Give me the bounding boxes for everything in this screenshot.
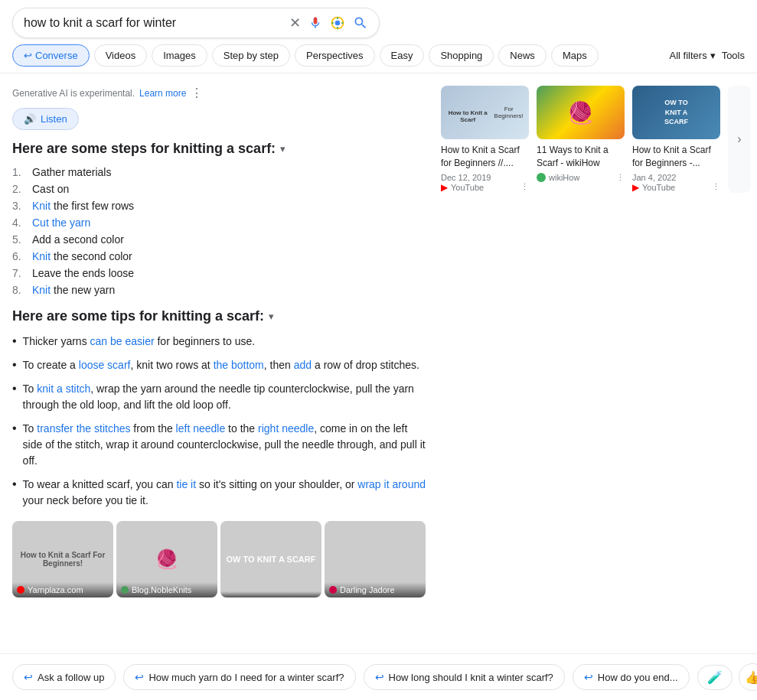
source-dot bbox=[329, 586, 337, 594]
filter-tabs: ↩ Converse Videos Images Step by step Pe… bbox=[0, 38, 757, 73]
image-card-3[interactable]: OW TO KNIT A SCARF bbox=[220, 521, 321, 597]
tab-converse[interactable]: ↩ Converse bbox=[12, 44, 90, 67]
tab-shopping[interactable]: Shopping bbox=[429, 44, 494, 67]
step-link-4[interactable]: Cut the yarn bbox=[32, 217, 90, 229]
youtube-icon: ▶ bbox=[441, 182, 448, 193]
right-panel: How to Knit a Scarf For Beginners! How t… bbox=[441, 86, 751, 610]
step-link-6[interactable]: Knit bbox=[32, 250, 51, 262]
tab-easy[interactable]: Easy bbox=[380, 44, 425, 67]
ai-disclaimer: Generative AI is experimental. Learn mor… bbox=[12, 86, 426, 100]
list-item: 7. Leave the ends loose bbox=[12, 267, 426, 279]
video-source-2: wikiHow ⋮ bbox=[537, 173, 625, 183]
video-title-2: 11 Ways to Knit a Scarf - wikiHow bbox=[537, 144, 625, 170]
video-date-1: Dec 12, 2019 bbox=[441, 173, 529, 182]
source-dot bbox=[17, 586, 24, 594]
more-options-icon[interactable]: ⋮ bbox=[712, 182, 720, 192]
main-content: Generative AI is experimental. Learn mor… bbox=[0, 73, 757, 610]
more-options-icon[interactable]: ⋮ bbox=[191, 86, 203, 100]
tip-link[interactable]: right needle bbox=[258, 422, 314, 435]
clear-search-button[interactable]: ✕ bbox=[289, 15, 301, 31]
video-title-3: How to Knit a Scarf for Beginners -... bbox=[632, 144, 720, 170]
video-thumb-2: 🧶 bbox=[537, 86, 625, 139]
search-icons: ✕ bbox=[289, 15, 368, 31]
step-link-8[interactable]: Knit bbox=[32, 284, 51, 296]
tab-perspectives[interactable]: Perspectives bbox=[295, 44, 374, 67]
more-options-icon[interactable]: ⋮ bbox=[616, 173, 625, 183]
image-card-4[interactable]: Darling Jadore bbox=[325, 521, 426, 597]
tab-stepbystep[interactable]: Step by step bbox=[212, 44, 290, 67]
image-card-2[interactable]: 🧶 Blog.NobleKnits bbox=[116, 521, 217, 597]
video-card-1[interactable]: How to Knit a Scarf For Beginners! How t… bbox=[441, 86, 529, 193]
list-item: • To knit a stitch, wrap the yarn around… bbox=[12, 381, 426, 413]
tip-link[interactable]: tie it bbox=[176, 478, 196, 490]
chevron-right-icon: › bbox=[737, 132, 741, 146]
video-card-3[interactable]: OW TOKNIT ASCARF How to Knit a Scarf for… bbox=[632, 86, 720, 193]
wikihow-icon bbox=[537, 173, 546, 182]
list-item: • Thicker yarns can be easier for beginn… bbox=[12, 334, 426, 350]
tab-images[interactable]: Images bbox=[152, 44, 207, 67]
tab-news[interactable]: News bbox=[498, 44, 547, 67]
filter-tabs-right: All filters ▾ Tools bbox=[670, 50, 745, 61]
search-input[interactable]: how to knit a scarf for winter bbox=[24, 16, 289, 30]
video-cards: How to Knit a Scarf For Beginners! How t… bbox=[441, 86, 751, 193]
list-item: 8. Knit the new yarn bbox=[12, 284, 426, 296]
list-item: 6. Knit the second color bbox=[12, 250, 426, 262]
search-bar-area: how to knit a scarf for winter ✕ bbox=[0, 0, 757, 38]
tip-link[interactable]: wrap it around bbox=[357, 478, 426, 490]
tip-link[interactable]: can be easier bbox=[90, 335, 155, 347]
steps-heading: Here are some steps for knitting a scarf… bbox=[12, 141, 426, 157]
search-box: how to knit a scarf for winter ✕ bbox=[12, 8, 380, 38]
all-filters-button[interactable]: All filters ▾ bbox=[670, 50, 716, 61]
google-lens-icon[interactable] bbox=[330, 15, 345, 31]
list-item: 5. Add a second color bbox=[12, 233, 426, 246]
video-card-2[interactable]: 🧶 11 Ways to Knit a Scarf - wikiHow wiki… bbox=[537, 86, 625, 193]
tip-link[interactable]: the bottom bbox=[214, 359, 264, 371]
image-label-2: Blog.NobleKnits bbox=[116, 582, 217, 597]
left-panel: Generative AI is experimental. Learn mor… bbox=[12, 86, 426, 610]
list-item: 4. Cut the yarn bbox=[12, 217, 426, 229]
tab-maps[interactable]: Maps bbox=[551, 44, 599, 67]
tip-link[interactable]: transfer the stitches bbox=[37, 422, 130, 435]
bottom-images: How to Knit a Scarf For Beginners! Yarnp… bbox=[12, 521, 426, 597]
youtube-icon: ▶ bbox=[632, 182, 639, 193]
video-thumb-1: How to Knit a Scarf For Beginners! bbox=[441, 86, 529, 139]
list-item: • To wear a knitted scarf, you can tie i… bbox=[12, 477, 426, 509]
list-item: 3. Knit the first few rows bbox=[12, 200, 426, 212]
video-source-1: ▶ YouTube ⋮ bbox=[441, 182, 529, 193]
list-item: • To transfer the stitches from the left… bbox=[12, 421, 426, 469]
tip-link[interactable]: loose scarf bbox=[79, 359, 131, 371]
tips-collapse-button[interactable]: ▾ bbox=[269, 311, 274, 322]
video-source-3: ▶ YouTube ⋮ bbox=[632, 182, 720, 193]
overflow-indicator[interactable]: › bbox=[728, 86, 751, 193]
tab-videos[interactable]: Videos bbox=[94, 44, 148, 67]
speaker-icon: 🔊 bbox=[24, 113, 36, 125]
image-card-1[interactable]: How to Knit a Scarf For Beginners! Yarnp… bbox=[12, 521, 113, 597]
learn-more-link[interactable]: Learn more bbox=[139, 88, 186, 99]
list-item: 1. Gather materials bbox=[12, 166, 426, 178]
tools-button[interactable]: Tools bbox=[722, 50, 745, 61]
listen-button[interactable]: 🔊 Listen bbox=[12, 108, 79, 130]
step-link-3[interactable]: Knit bbox=[32, 200, 51, 212]
steps-list: 1. Gather materials 2. Cast on 3. Knit t… bbox=[12, 166, 426, 296]
image-label-1: Yarnplaza.com bbox=[12, 582, 113, 597]
steps-collapse-button[interactable]: ▾ bbox=[280, 143, 286, 155]
tip-link[interactable]: left needle bbox=[176, 422, 226, 435]
video-title-1: How to Knit a Scarf for Beginners //.... bbox=[441, 144, 529, 170]
chevron-down-icon: ▾ bbox=[280, 143, 286, 155]
image-label-3 bbox=[220, 591, 321, 597]
more-options-icon[interactable]: ⋮ bbox=[520, 182, 529, 192]
list-item: 2. Cast on bbox=[12, 183, 426, 195]
tips-list: • Thicker yarns can be easier for beginn… bbox=[12, 334, 426, 509]
svg-point-1 bbox=[335, 21, 341, 26]
image-label-4: Darling Jadore bbox=[325, 582, 426, 597]
video-thumb-3: OW TOKNIT ASCARF bbox=[632, 86, 720, 139]
chevron-down-icon: ▾ bbox=[710, 50, 716, 61]
tip-link[interactable]: knit a stitch bbox=[37, 383, 90, 395]
list-item: • To create a loose scarf, knit two rows… bbox=[12, 357, 426, 373]
chevron-down-icon: ▾ bbox=[269, 311, 274, 322]
search-button[interactable] bbox=[353, 15, 368, 31]
tip-link[interactable]: add bbox=[294, 359, 312, 371]
microphone-icon[interactable] bbox=[308, 16, 322, 30]
video-date-3: Jan 4, 2022 bbox=[632, 173, 720, 182]
tips-heading: Here are some tips for knitting a scarf:… bbox=[12, 308, 426, 324]
